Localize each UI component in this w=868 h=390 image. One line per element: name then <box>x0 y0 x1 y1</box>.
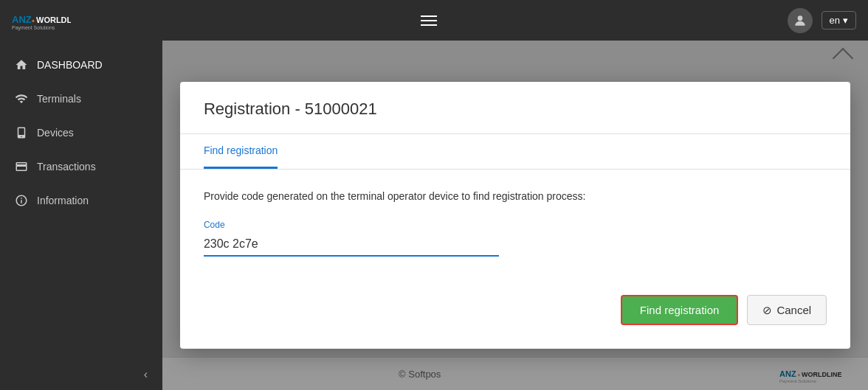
modal-overlay: Registration - 51000021 Find registratio… <box>162 41 868 390</box>
sidebar: DASHBOARD Terminals Devices Transactions… <box>0 41 162 390</box>
header: ANZ ✦ WORLDLINE Payment Solutions en ▾ <box>0 0 868 41</box>
modal-tabs: Find registration <box>180 134 850 170</box>
sidebar-item-information[interactable]: Information <box>0 184 162 217</box>
chevron-down-icon: ▾ <box>843 15 848 26</box>
cancel-icon: ⊘ <box>762 304 772 317</box>
code-form-group: Code <box>204 220 827 257</box>
sidebar-item-label: DASHBOARD <box>37 59 103 71</box>
lang-label: en <box>830 15 840 26</box>
cancel-label: Cancel <box>776 304 811 316</box>
sidebar-item-label: Devices <box>37 127 74 139</box>
header-right: en ▾ <box>788 8 856 33</box>
sidebar-item-label: Information <box>37 195 89 206</box>
sidebar-item-label: Terminals <box>37 93 81 105</box>
modal-title: Registration - 51000021 <box>180 82 850 134</box>
phone-icon <box>15 126 28 139</box>
svg-text:Payment Solutions: Payment Solutions <box>12 25 55 31</box>
cancel-button[interactable]: ⊘ Cancel <box>747 295 827 325</box>
svg-text:ANZ: ANZ <box>12 14 32 25</box>
svg-text:WORLDLINE: WORLDLINE <box>36 15 71 24</box>
language-selector[interactable]: en ▾ <box>822 11 856 29</box>
info-icon <box>15 194 28 207</box>
modal-actions: Find registration ⊘ Cancel <box>204 280 827 325</box>
home-icon <box>15 58 28 72</box>
sidebar-collapse-button[interactable]: ‹ <box>144 368 148 381</box>
sidebar-item-devices[interactable]: Devices <box>0 116 162 150</box>
credit-card-icon <box>15 160 28 173</box>
code-input[interactable] <box>204 233 499 257</box>
sidebar-item-terminals[interactable]: Terminals <box>0 82 162 116</box>
user-icon <box>793 13 807 28</box>
sidebar-item-transactions[interactable]: Transactions <box>0 150 162 184</box>
find-registration-button[interactable]: Find registration <box>621 295 739 325</box>
user-avatar[interactable] <box>788 8 813 33</box>
main-content: Edit Registration Registration - 5100002… <box>162 41 868 390</box>
tab-label: Find registration <box>204 144 278 156</box>
code-label: Code <box>204 220 827 230</box>
sidebar-item-dashboard[interactable]: DASHBOARD <box>0 48 162 82</box>
logo: ANZ ✦ WORLDLINE Payment Solutions <box>12 10 71 32</box>
tab-find-registration[interactable]: Find registration <box>204 134 278 169</box>
modal-body: Provide code generated on the terminal o… <box>180 170 850 349</box>
sidebar-item-label: Transactions <box>37 161 96 173</box>
wifi-icon <box>15 92 28 105</box>
modal-dialog: Registration - 51000021 Find registratio… <box>180 82 850 349</box>
anz-worldline-logo: ANZ ✦ WORLDLINE Payment Solutions <box>12 10 71 32</box>
hamburger-menu[interactable] <box>421 15 437 26</box>
svg-point-4 <box>797 15 802 21</box>
modal-description: Provide code generated on the terminal o… <box>204 190 827 202</box>
svg-text:✦: ✦ <box>31 18 35 24</box>
sidebar-collapse-area: ‹ <box>0 359 162 390</box>
